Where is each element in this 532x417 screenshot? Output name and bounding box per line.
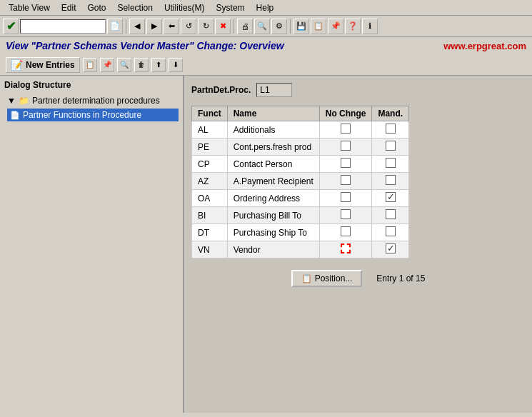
page-title-text: View "Partner Schemas Vendor Master" Cha… — [6, 40, 284, 51]
action-details-icon[interactable]: 🔍 — [117, 58, 131, 72]
toolbar-back-btn[interactable]: ◀ — [129, 19, 145, 34]
cell-name: Additionals — [227, 121, 319, 139]
toolbar-refresh-btn[interactable]: ↺ — [181, 19, 196, 34]
no-chnge-checkbox[interactable] — [341, 175, 351, 185]
toolbar-help-btn[interactable]: ❓ — [345, 19, 361, 34]
mand-checkbox[interactable] — [386, 243, 396, 253]
toolbar-find-btn[interactable]: 🔍 — [254, 19, 270, 34]
page-title-bar: View "Partner Schemas Vendor Master" Cha… — [0, 37, 532, 54]
cell-no-chnge[interactable] — [319, 241, 372, 258]
partndet-input[interactable] — [256, 83, 292, 97]
mand-checkbox[interactable] — [386, 124, 396, 134]
no-chnge-checkbox[interactable] — [341, 243, 351, 253]
cell-no-chnge[interactable] — [319, 207, 372, 224]
cell-mand[interactable] — [372, 241, 409, 258]
cell-name: Ordering Address — [227, 190, 319, 207]
toolbar-info-btn[interactable]: ℹ — [362, 19, 378, 34]
cell-funct: OA — [192, 190, 228, 207]
cell-name: Purchasing Bill To — [227, 207, 319, 224]
field-label: PartnDet.Proc. — [191, 85, 251, 95]
toolbar: ✔ 📄 ◀ ▶ ⬅ ↺ ↻ ✖ 🖨 🔍 ⚙ 💾 📋 📌 ❓ ℹ — [0, 16, 532, 37]
toolbar-refresh2-btn[interactable]: ↻ — [198, 19, 214, 34]
mand-checkbox[interactable] — [386, 226, 396, 236]
no-chnge-checkbox[interactable] — [341, 209, 351, 219]
menu-goto[interactable]: Goto — [82, 1, 112, 14]
mand-checkbox[interactable] — [386, 209, 396, 219]
table-row[interactable]: DTPurchasing Ship To — [192, 224, 409, 241]
toolbar-doc-btn[interactable]: 📄 — [107, 19, 123, 34]
mand-checkbox[interactable] — [386, 175, 396, 185]
cell-no-chnge[interactable] — [319, 139, 372, 156]
toolbar-checkmark-btn[interactable]: ✔ — [3, 19, 19, 34]
sidebar: Dialog Structure ▼ 📁 Partner determinati… — [0, 76, 184, 413]
cell-name: Purchasing Ship To — [227, 224, 319, 241]
menu-selection[interactable]: Selection — [112, 1, 159, 14]
dialog-structure-title: Dialog Structure — [4, 80, 179, 90]
menu-utilities[interactable]: Utilities(M) — [159, 1, 211, 14]
action-toolbar: 📝 New Entries 📋 📌 🔍 🗑 ⬆ ⬇ — [0, 54, 532, 76]
cell-mand[interactable] — [372, 121, 409, 139]
cell-no-chnge[interactable] — [319, 121, 372, 139]
no-chnge-checkbox[interactable] — [341, 124, 351, 134]
table-row[interactable]: CPContact Person — [192, 156, 409, 173]
cell-mand[interactable] — [372, 207, 409, 224]
toolbar-input[interactable] — [20, 19, 106, 34]
action-delete-icon[interactable]: 🗑 — [134, 58, 149, 72]
mand-checkbox[interactable] — [386, 141, 396, 151]
table-row[interactable]: OAOrdering Address — [192, 190, 409, 207]
bottom-bar: 📋 Position... Entry 1 of 15 — [191, 266, 525, 291]
no-chnge-checkbox[interactable] — [341, 141, 351, 151]
toolbar-save2-btn[interactable]: 📋 — [311, 19, 326, 34]
cell-mand[interactable] — [372, 139, 409, 156]
toolbar-prev-btn[interactable]: ⬅ — [164, 19, 179, 34]
cell-no-chnge[interactable] — [319, 224, 372, 241]
no-chnge-checkbox[interactable] — [341, 158, 351, 168]
menu-table-view[interactable]: Table View — [3, 1, 56, 14]
mand-checkbox[interactable] — [386, 192, 396, 202]
action-move-up-icon[interactable]: ⬆ — [151, 58, 166, 72]
position-icon: 📋 — [301, 273, 312, 283]
tree-arrow: ▼ — [7, 96, 16, 106]
toolbar-separator-3 — [290, 19, 291, 34]
new-entries-icon: 📝 — [11, 59, 23, 71]
cell-no-chnge[interactable] — [319, 173, 372, 190]
mand-checkbox[interactable] — [386, 158, 396, 168]
content-area: PartnDet.Proc. Funct Name No Chnge Mand.… — [184, 76, 532, 413]
toolbar-settings-btn[interactable]: ⚙ — [271, 19, 287, 34]
cell-no-chnge[interactable] — [319, 190, 372, 207]
table-row[interactable]: PECont.pers.fresh prod — [192, 139, 409, 156]
menu-system[interactable]: System — [211, 1, 251, 14]
cell-mand[interactable] — [372, 173, 409, 190]
tree-child-item[interactable]: 📄 Partner Functions in Procedure — [7, 109, 179, 121]
action-copy-icon[interactable]: 📋 — [83, 58, 97, 72]
menu-edit[interactable]: Edit — [56, 1, 82, 14]
toolbar-save-btn[interactable]: 💾 — [293, 19, 309, 34]
action-move-down-icon[interactable]: ⬇ — [169, 58, 183, 72]
table-row[interactable]: BIPurchasing Bill To — [192, 207, 409, 224]
no-chnge-checkbox[interactable] — [341, 226, 351, 236]
entry-info: Entry 1 of 15 — [376, 273, 425, 283]
position-button[interactable]: 📋 Position... — [291, 270, 363, 287]
new-entries-button[interactable]: 📝 New Entries — [6, 57, 80, 73]
menu-help[interactable]: Help — [251, 1, 280, 14]
cell-mand[interactable] — [372, 190, 409, 207]
action-paste-icon[interactable]: 📌 — [100, 58, 114, 72]
cell-mand[interactable] — [372, 224, 409, 241]
field-row: PartnDet.Proc. — [191, 83, 525, 97]
no-chnge-checkbox[interactable] — [341, 192, 351, 202]
toolbar-forward-btn[interactable]: ▶ — [146, 19, 162, 34]
table-row[interactable]: ALAdditionals — [192, 121, 409, 139]
col-name-header: Name — [227, 106, 319, 121]
toolbar-clipboard-btn[interactable]: 📌 — [328, 19, 343, 34]
table-row[interactable]: AZA.Payment Recipient — [192, 173, 409, 190]
cell-funct: DT — [192, 224, 228, 241]
tree-root-label[interactable]: Partner determination procedures — [32, 96, 160, 106]
tree-folder-icon: 📁 — [19, 96, 29, 106]
cell-mand[interactable] — [372, 156, 409, 173]
main-content: Dialog Structure ▼ 📁 Partner determinati… — [0, 76, 532, 413]
toolbar-print-btn[interactable]: 🖨 — [237, 19, 253, 34]
cell-no-chnge[interactable] — [319, 156, 372, 173]
toolbar-stop-btn[interactable]: ✖ — [215, 19, 231, 34]
col-mand-header: Mand. — [372, 106, 409, 121]
table-row[interactable]: VNVendor — [192, 241, 409, 258]
